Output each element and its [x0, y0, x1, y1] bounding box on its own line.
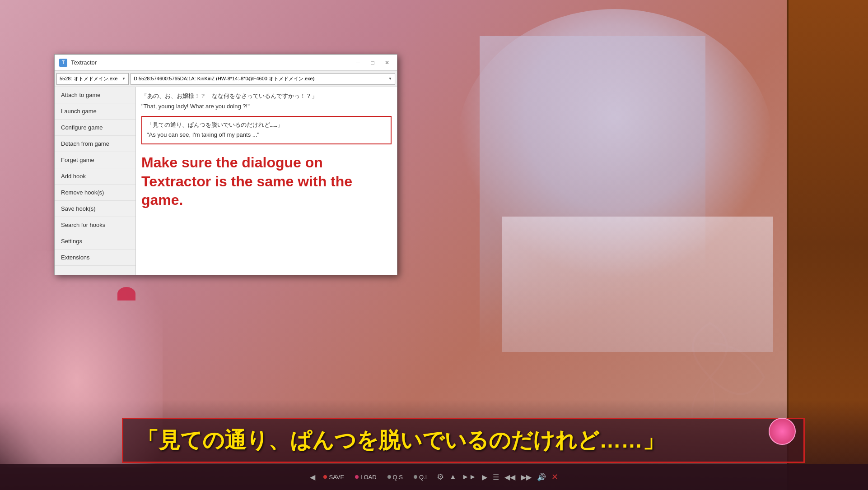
sidebar-item-add-hook[interactable]: Add hook — [55, 168, 135, 185]
maximize-button[interactable]: □ — [367, 58, 378, 68]
up-icon[interactable]: ▲ — [449, 473, 457, 481]
sidebar-item-search-for-hooks[interactable]: Search for hooks — [55, 217, 135, 233]
dialogue-1-jp: 「あの、お、お嬢様！？ なな何をなさっているんですかっ！？」 — [141, 92, 392, 101]
annotation-text: Make sure the dialogue on Textractor is … — [141, 149, 392, 214]
skip-forward-icon[interactable]: ▶▶ — [521, 473, 532, 481]
dialogue-2-en: "As you can see, I'm taking off my pants… — [147, 130, 386, 140]
qs-dot — [387, 475, 391, 479]
sidebar-item-configure-game[interactable]: Configure game — [55, 120, 135, 136]
arrow-left-icon[interactable]: ◀ — [310, 473, 315, 481]
process-value: 5528: オトメドメイン.exe — [60, 75, 117, 82]
sidebar-item-launch-game[interactable]: Launch game — [55, 103, 135, 120]
sidebar-item-forget-game[interactable]: Forget game — [55, 152, 135, 168]
play-icon[interactable]: ▶ — [482, 473, 487, 481]
game-subtitle-bar: 「見ての通り、ぱんつを脱いでいるのだけれど……」 — [122, 418, 805, 463]
dialogue-block-1: 「あの、お、お嬢様！？ なな何をなさっているんですかっ！？」 "That, yo… — [141, 92, 392, 111]
sidebar-item-extensions[interactable]: Extensions — [55, 250, 135, 266]
sidebar-item-settings[interactable]: Settings — [55, 233, 135, 250]
sidebar-item-detach-from-game[interactable]: Detach from game — [55, 136, 135, 152]
process-dropdown-arrow: ▼ — [122, 77, 126, 81]
textractor-window: T Textractor ─ □ ✕ 5528: オトメドメイン.exe ▼ D… — [54, 54, 397, 275]
dialogue-1-en: "That, young lady! What are you doing ?!… — [141, 102, 392, 111]
title-bar: T Textractor ─ □ ✕ — [55, 55, 397, 71]
pink-circle-decoration — [769, 418, 796, 445]
save-button[interactable]: SAVE — [321, 472, 347, 482]
game-toolbar: ◀ SAVE LOAD Q.S Q.L ⚙ ▲ ►► ▶ ☰ ◀◀ ▶▶ 🔊 ✕ — [0, 464, 868, 490]
menu-icon[interactable]: ☰ — [493, 473, 499, 481]
main-content: Attach to game Launch game Configure gam… — [55, 87, 397, 275]
load-button[interactable]: LOAD — [352, 472, 379, 482]
text-output[interactable]: 「あの、お、お嬢様！？ なな何をなさっているんですかっ！？」 "That, yo… — [136, 87, 397, 275]
process-dropdown[interactable]: 5528: オトメドメイン.exe ▼ — [56, 73, 129, 85]
toolbar-row: 5528: オトメドメイン.exe ▼ D:5528:574600:5765DA… — [55, 71, 397, 87]
ql-button[interactable]: Q.L — [411, 472, 431, 482]
close-button[interactable]: ✕ — [382, 58, 392, 68]
minimize-button[interactable]: ─ — [353, 58, 364, 68]
app-icon: T — [59, 59, 67, 67]
volume-icon[interactable]: 🔊 — [537, 473, 546, 481]
ql-dot — [414, 475, 417, 479]
qs-button[interactable]: Q.S — [385, 472, 406, 482]
save-dot — [323, 475, 327, 479]
sidebar-item-save-hooks[interactable]: Save hook(s) — [55, 201, 135, 217]
settings-icon[interactable]: ⚙ — [437, 472, 444, 482]
hook-value: D:5528:574600:5765DA:1A: KiriKiriZ (HW-8… — [134, 75, 314, 82]
hook-dropdown-arrow: ▼ — [388, 77, 392, 81]
hook-dropdown[interactable]: D:5528:574600:5765DA:1A: KiriKiriZ (HW-8… — [131, 73, 395, 85]
fast-forward-icon[interactable]: ►► — [462, 473, 476, 481]
skip-back-icon[interactable]: ◀◀ — [504, 473, 515, 481]
sidebar-item-remove-hooks[interactable]: Remove hook(s) — [55, 185, 135, 201]
app-title: Textractor — [71, 59, 349, 66]
game-subtitle-text: 「見ての通り、ぱんつを脱いでいるのだけれど……」 — [137, 426, 664, 455]
load-dot — [355, 475, 359, 479]
sidebar-item-attach-to-game[interactable]: Attach to game — [55, 87, 135, 103]
dialogue-2-jp: 「見ての通り、ぱんつを脱いでいるのだけれど……」 — [147, 120, 386, 130]
close-game-button[interactable]: ✕ — [551, 472, 558, 482]
character-right — [434, 0, 841, 352]
sidebar: Attach to game Launch game Configure gam… — [55, 87, 136, 275]
dialogue-block-2: 「見ての通り、ぱんつを脱いでいるのだけれど……」 "As you can see… — [141, 116, 392, 145]
